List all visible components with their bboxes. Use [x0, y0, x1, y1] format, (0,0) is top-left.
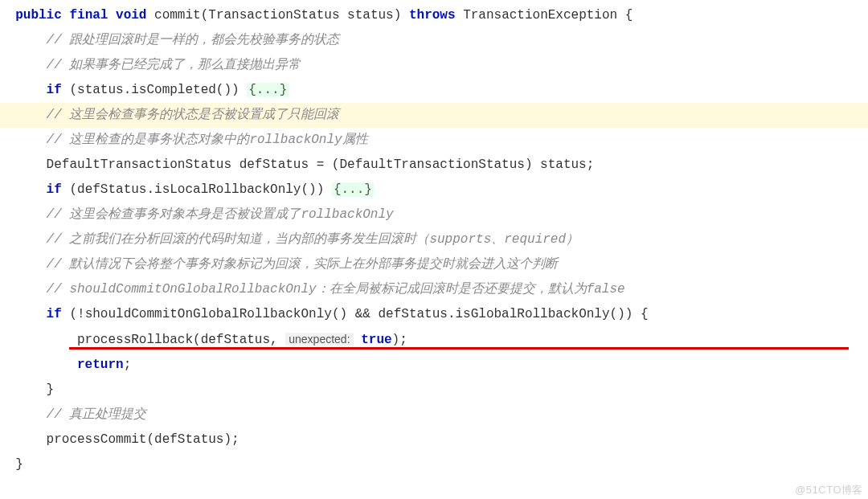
kw-void: void	[116, 8, 146, 22]
comment: // 这里会检查事务对象本身是否被设置成了rollbackOnly	[47, 207, 394, 222]
watermark: @51CTO博客	[795, 483, 863, 497]
kw-throws: throws	[409, 8, 456, 22]
throws-type: TransactionException {	[463, 8, 633, 22]
semicolon: ;	[124, 358, 132, 372]
if3-cond: (!shouldCommitOnGlobalRollbackOnly() && …	[69, 307, 648, 321]
comment: // 如果事务已经完成了，那么直接抛出异常	[47, 58, 301, 72]
call-end: );	[392, 333, 407, 347]
comment: // shouldCommitOnGlobalRollbackOnly：在全局被…	[47, 282, 625, 297]
kw-if: if	[47, 307, 62, 321]
fold-region[interactable]: {...}	[247, 83, 289, 97]
brace-close: }	[47, 382, 55, 397]
method-sig: commit(TransactionStatus status)	[154, 8, 401, 22]
param-hint: unexpected:	[285, 333, 353, 346]
brace-close: }	[15, 457, 23, 472]
red-underline	[69, 347, 849, 350]
kw-if: if	[47, 83, 62, 97]
kw-return: return	[77, 358, 124, 372]
fold-region[interactable]: {...}	[332, 182, 374, 197]
comment: // 这里检查的是事务状态对象中的rollbackOnly属性	[47, 133, 368, 147]
comment: // 之前我们在分析回滚的代码时知道，当内部的事务发生回滚时（supports、…	[47, 232, 579, 247]
call-processCommit: processCommit(defStatus);	[47, 432, 240, 447]
code-text: public final void commit(TransactionStat…	[0, 0, 868, 477]
comment: // 跟处理回滚时是一样的，都会先校验事务的状态	[47, 33, 340, 47]
comment: // 真正处理提交	[47, 407, 147, 422]
kw-true: true	[361, 333, 391, 347]
if1-cond: (status.isCompleted())	[69, 83, 239, 97]
decl-line: DefaultTransactionStatus defStatus = (De…	[47, 157, 595, 172]
comment: // 默认情况下会将整个事务对象标记为回滚，实际上在外部事务提交时就会进入这个判…	[47, 257, 559, 272]
kw-if: if	[47, 182, 62, 197]
kw-final: final	[69, 8, 108, 22]
comment: // 这里会检查事务的状态是否被设置成了只能回滚	[47, 108, 340, 122]
kw-public: public	[15, 8, 62, 22]
call-processRollback: processRollback(defStatus,	[77, 333, 278, 347]
if2-cond: (defStatus.isLocalRollbackOnly())	[69, 182, 324, 197]
code-block: public final void commit(TransactionStat…	[0, 0, 868, 477]
